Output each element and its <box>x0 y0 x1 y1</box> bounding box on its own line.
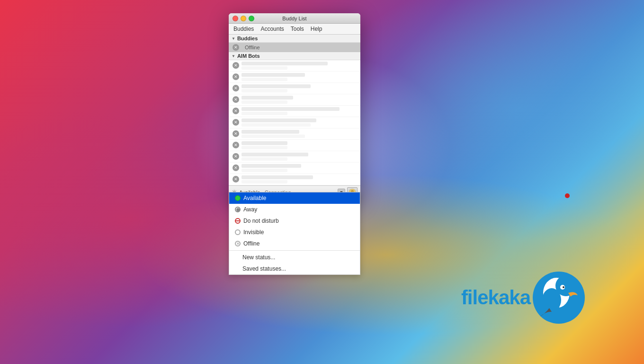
table-row[interactable]: ✕ <box>229 94 360 106</box>
menu-accounts[interactable]: Accounts <box>258 25 286 33</box>
dropdown-separator <box>229 250 360 251</box>
new-status-label: New status... <box>242 254 275 261</box>
buddy-status <box>242 146 287 149</box>
buddy-name <box>242 118 316 122</box>
title-bar: Buddy List <box>229 13 360 24</box>
buddy-info <box>242 84 357 92</box>
buddy-status-icon: ✕ <box>233 73 239 80</box>
buddy-name <box>242 153 308 156</box>
svg-point-5 <box>563 286 564 288</box>
dropdown-item-saved-statuses[interactable]: Saved statuses... <box>229 263 360 274</box>
buddy-status <box>242 112 287 115</box>
status-bar: ✳ Available · Connecting ▼ Available <box>229 185 360 199</box>
filekaka-text: filekaka <box>461 286 530 309</box>
offline-item: ✕ Offline <box>229 43 360 52</box>
available-label: Available <box>243 195 266 201</box>
saved-statuses-label: Saved statuses... <box>242 265 286 272</box>
maximize-button[interactable] <box>249 16 254 21</box>
away-status-icon <box>235 207 241 212</box>
buddy-info <box>242 164 357 172</box>
buddy-name <box>242 164 301 168</box>
table-row[interactable]: ✕ <box>229 106 360 117</box>
buddy-name <box>242 107 340 111</box>
buddy-name <box>242 73 305 77</box>
dropdown-item-offline[interactable]: ✕ Offline <box>229 238 360 249</box>
buddy-status-icon: ✕ <box>233 164 239 171</box>
buddies-section-header[interactable]: ▼ Buddies <box>229 35 360 43</box>
buddy-status <box>242 89 287 92</box>
buddy-status-icon: ✕ <box>233 85 239 91</box>
buddy-name <box>242 130 299 134</box>
dropdown-item-available[interactable]: Available <box>229 192 360 204</box>
buddy-name <box>242 96 293 100</box>
buddy-status-icon: ✕ <box>233 153 239 160</box>
menu-bar: Buddies Accounts Tools Help <box>229 24 360 35</box>
table-row[interactable]: ✕ <box>229 151 360 163</box>
buddy-status <box>242 78 287 81</box>
table-row[interactable]: ✕ <box>229 60 360 72</box>
buddy-status <box>242 135 305 138</box>
available-status-icon <box>235 195 241 201</box>
table-row[interactable]: ✕ <box>229 174 360 185</box>
table-row[interactable]: ✕ <box>229 117 360 128</box>
buddy-status <box>242 180 287 183</box>
buddy-info <box>242 96 357 104</box>
status-dropdown-menu: Available Away Do not disturb Invisible … <box>229 192 360 275</box>
buddy-info <box>242 141 357 149</box>
buddy-name <box>242 62 328 65</box>
filekaka-logo: filekaka <box>461 269 587 326</box>
buddy-list-content: ✕ Offline ▼ AIM Bots ✕ ✕ ✕ <box>229 43 360 185</box>
filekaka-bird-icon <box>530 269 587 326</box>
buddy-info <box>242 62 357 70</box>
aim-bots-section-header[interactable]: ▼ AIM Bots <box>229 52 360 60</box>
menu-buddies[interactable]: Buddies <box>231 25 257 33</box>
menu-help[interactable]: Help <box>308 25 325 33</box>
aim-bots-triangle-icon: ▼ <box>232 54 235 58</box>
aim-bots-section-label: AIM Bots <box>237 53 260 59</box>
buddy-info <box>242 153 357 161</box>
dnd-status-icon <box>235 218 241 224</box>
buddy-name <box>242 175 313 179</box>
dropdown-item-new-status[interactable]: New status... <box>229 252 360 263</box>
buddy-status <box>242 66 287 70</box>
invisible-status-icon <box>235 229 241 235</box>
close-button[interactable] <box>233 16 238 21</box>
red-dot-indicator <box>565 193 570 198</box>
buddy-status-icon: ✕ <box>233 130 239 137</box>
buddy-name <box>242 84 311 88</box>
buddy-info <box>242 118 357 127</box>
buddy-status <box>242 157 287 161</box>
buddy-info <box>242 107 357 115</box>
buddy-list-window: Buddy List Buddies Accounts Tools Help ▼… <box>229 13 360 199</box>
dropdown-item-away[interactable]: Away <box>229 204 360 215</box>
buddy-status-icon: ✕ <box>233 142 239 148</box>
buddy-info <box>242 130 357 138</box>
table-row[interactable]: ✕ <box>229 140 360 151</box>
dropdown-item-dnd[interactable]: Do not disturb <box>229 215 360 227</box>
offline-label: Offline <box>245 45 260 50</box>
buddy-info <box>242 73 357 81</box>
table-row[interactable]: ✕ <box>229 163 360 174</box>
dnd-label: Do not disturb <box>243 218 279 224</box>
buddy-status <box>242 100 287 104</box>
offline-status-icon: ✕ <box>235 241 241 246</box>
buddy-status-icon: ✕ <box>233 62 239 69</box>
window-title: Buddy List <box>282 16 306 21</box>
menu-tools[interactable]: Tools <box>288 25 307 33</box>
buddies-section-label: Buddies <box>237 36 258 41</box>
minimize-button[interactable] <box>241 16 246 21</box>
buddy-status-icon: ✕ <box>233 96 239 103</box>
buddy-status <box>242 123 311 127</box>
offline-x-icon: ✕ <box>233 44 239 51</box>
table-row[interactable]: ✕ <box>229 72 360 83</box>
buddy-name <box>242 141 287 145</box>
table-row[interactable]: ✕ <box>229 128 360 140</box>
buddies-triangle-icon: ▼ <box>232 36 235 41</box>
buddy-status <box>242 169 287 172</box>
table-row[interactable]: ✕ <box>229 83 360 94</box>
away-label: Away <box>243 206 257 213</box>
traffic-lights <box>233 16 254 21</box>
dropdown-item-invisible[interactable]: Invisible <box>229 227 360 238</box>
offline-dropdown-label: Offline <box>243 240 259 247</box>
buddy-status-icon: ✕ <box>233 176 239 182</box>
